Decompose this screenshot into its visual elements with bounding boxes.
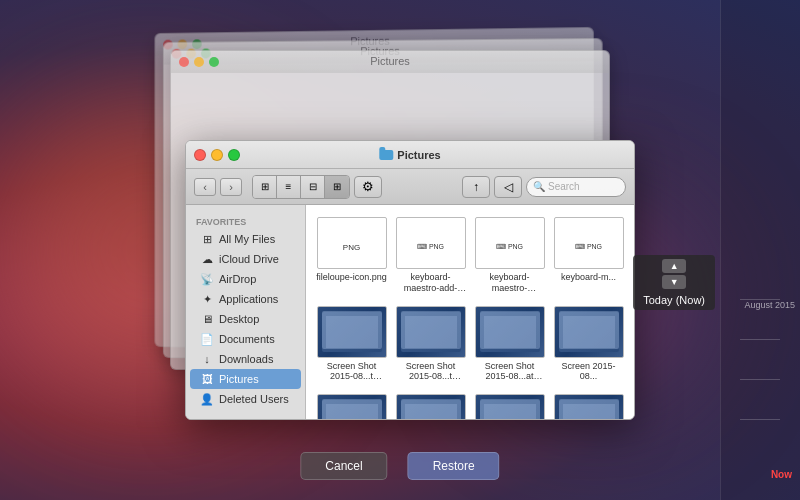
file-thumbnail xyxy=(317,306,387,358)
file-thumbnail xyxy=(396,306,466,358)
timeline-tick xyxy=(740,419,780,420)
devices-label: Devices xyxy=(186,415,305,419)
file-thumbnail xyxy=(475,306,545,358)
window-title: Pictures xyxy=(379,149,440,161)
sidebar-item-icloud-drive[interactable]: ☁ iCloud Drive xyxy=(190,249,301,269)
restore-button[interactable]: Restore xyxy=(408,452,500,480)
file-grid: PNG fileloupe-icon.png ⌨ PNG keyboard-ma… xyxy=(306,205,634,419)
column-view-button[interactable]: ⊟ xyxy=(301,176,325,198)
file-row-2: Screen Shot 2015-08...t 17.13.32 Screen … xyxy=(314,302,626,387)
file-thumbnail: ⌨ PNG xyxy=(554,217,624,269)
sidebar-item-all-my-files[interactable]: ⊞ All My Files xyxy=(190,229,301,249)
file-thumbnail xyxy=(475,394,545,419)
traffic-lights xyxy=(194,149,240,161)
file-thumbnail xyxy=(396,394,466,419)
desktop-icon: 🖥 xyxy=(200,312,214,326)
timeline-up-button[interactable]: ▲ xyxy=(662,259,686,273)
deleted-users-icon: 👤 xyxy=(200,392,214,406)
file-item[interactable]: Screen 2015-08... xyxy=(551,302,626,387)
toolbar: ‹ › ⊞ ≡ ⊟ ⊞ ⚙ ↑ ◁ 🔍 Search xyxy=(186,169,634,205)
status-bar: 446 items, 402.92 GB available xyxy=(186,419,634,420)
sidebar-item-documents[interactable]: 📄 Documents xyxy=(190,329,301,349)
ghost-title-3: Pictures xyxy=(370,55,410,67)
sidebar-item-deleted-users[interactable]: 👤 Deleted Users xyxy=(190,389,301,409)
share-button[interactable]: ↑ xyxy=(462,176,490,198)
file-name: Screen 2015-08... xyxy=(553,361,624,383)
today-now-bubble: ▲ ▼ Today (Now) xyxy=(633,255,715,310)
timeline-now: Now xyxy=(771,469,792,480)
favorites-label: Favorites xyxy=(186,213,305,229)
file-item[interactable]: Screen 2015-09... xyxy=(551,390,626,419)
timeline-date: August 2015 xyxy=(744,300,795,310)
file-item[interactable]: PNG fileloupe-icon.png xyxy=(314,213,389,298)
file-item[interactable]: Screen Shot 2015-08...t 09.51.58 xyxy=(472,390,547,419)
timeline-navigation: ▲ ▼ xyxy=(662,259,686,289)
minimize-button[interactable] xyxy=(211,149,223,161)
file-name: Screen Shot 2015-08...t 17.13.32 xyxy=(316,361,387,383)
sidebar-item-airdrop[interactable]: 📡 AirDrop xyxy=(190,269,301,289)
file-name: keyboard-maestro-example.png xyxy=(474,272,545,294)
file-row-1: PNG fileloupe-icon.png ⌨ PNG keyboard-ma… xyxy=(314,213,626,298)
file-thumbnail xyxy=(554,394,624,419)
file-thumbnail xyxy=(317,394,387,419)
file-row-3: Screen Shot 2015-08...t 09.09.57 Screen … xyxy=(314,390,626,419)
folder-icon xyxy=(379,150,393,160)
list-view-button[interactable]: ≡ xyxy=(277,176,301,198)
sidebar-item-downloads[interactable]: ↓ Downloads xyxy=(190,349,301,369)
file-item[interactable]: Screen Shot 2015-08...t 09.51.48 xyxy=(393,390,468,419)
file-name: Screen Shot 2015-08...t 17.13.54 xyxy=(395,361,466,383)
action-menu-button[interactable]: ⚙ xyxy=(354,176,382,198)
file-item[interactable]: ⌨ PNG keyboard-maestro-example.png xyxy=(472,213,547,298)
applications-icon: ✦ xyxy=(200,292,214,306)
file-name: fileloupe-icon.png xyxy=(316,272,387,283)
file-thumbnail xyxy=(554,306,624,358)
file-item[interactable]: Screen Shot 2015-08...t 09.09.57 xyxy=(314,390,389,419)
content-area: Favorites ⊞ All My Files ☁ iCloud Drive … xyxy=(186,205,634,419)
sidebar-item-applications[interactable]: ✦ Applications xyxy=(190,289,301,309)
file-thumbnail: ⌨ PNG xyxy=(396,217,466,269)
cover-flow-button[interactable]: ⊞ xyxy=(325,176,349,198)
maximize-button[interactable] xyxy=(228,149,240,161)
search-icon: 🔍 xyxy=(533,181,545,192)
finder-window: Pictures ‹ › ⊞ ≡ ⊟ ⊞ ⚙ ↑ ◁ 🔍 Search Favo… xyxy=(185,140,635,420)
file-name: Screen Shot 2015-08...at 17.14.18 xyxy=(474,361,545,383)
file-item[interactable]: Screen Shot 2015-08...at 17.14.18 xyxy=(472,302,547,387)
all-files-icon: ⊞ xyxy=(200,232,214,246)
pictures-icon: 🖼 xyxy=(200,372,214,386)
forward-button[interactable]: › xyxy=(220,178,242,196)
airdrop-icon: 📡 xyxy=(200,272,214,286)
file-item[interactable]: ⌨ PNG keyboard-m... xyxy=(551,213,626,298)
file-name: keyboard-m... xyxy=(561,272,616,283)
search-box[interactable]: 🔍 Search xyxy=(526,177,626,197)
file-thumbnail: PNG xyxy=(317,217,387,269)
nav-back-button[interactable]: ◁ xyxy=(494,176,522,198)
timeline-tick xyxy=(740,379,780,380)
icloud-icon: ☁ xyxy=(200,252,214,266)
downloads-icon: ↓ xyxy=(200,352,214,366)
cancel-button[interactable]: Cancel xyxy=(300,452,387,480)
timeline-panel: August 2015 Now xyxy=(720,0,800,500)
icon-view-button[interactable]: ⊞ xyxy=(253,176,277,198)
file-item[interactable]: Screen Shot 2015-08...t 17.13.32 xyxy=(314,302,389,387)
close-button[interactable] xyxy=(194,149,206,161)
file-item[interactable]: ⌨ PNG keyboard-maestro-add-action.png xyxy=(393,213,468,298)
documents-icon: 📄 xyxy=(200,332,214,346)
file-thumbnail: ⌨ PNG xyxy=(475,217,545,269)
gear-icon: ⚙ xyxy=(362,179,374,194)
file-item[interactable]: Screen Shot 2015-08...t 17.13.54 xyxy=(393,302,468,387)
view-buttons: ⊞ ≡ ⊟ ⊞ xyxy=(252,175,350,199)
sidebar: Favorites ⊞ All My Files ☁ iCloud Drive … xyxy=(186,205,306,419)
sidebar-item-desktop[interactable]: 🖥 Desktop xyxy=(190,309,301,329)
search-placeholder: Search xyxy=(548,181,580,192)
bottom-bar: Cancel Restore xyxy=(300,452,499,480)
timeline-down-button[interactable]: ▼ xyxy=(662,275,686,289)
sidebar-item-pictures[interactable]: 🖼 Pictures xyxy=(190,369,301,389)
file-name: keyboard-maestro-add-action.png xyxy=(395,272,466,294)
titlebar: Pictures xyxy=(186,141,634,169)
back-button[interactable]: ‹ xyxy=(194,178,216,196)
timeline-tick xyxy=(740,339,780,340)
share-icon: ↑ xyxy=(473,180,479,194)
